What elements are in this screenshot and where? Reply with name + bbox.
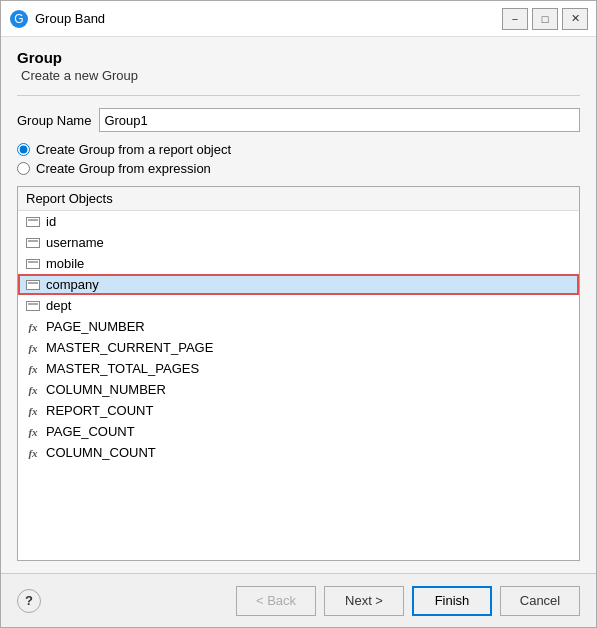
report-objects-list-container: Report Objects id username mobile compan… bbox=[17, 186, 580, 561]
minimize-button[interactable]: − bbox=[502, 8, 528, 30]
list-item[interactable]: username bbox=[18, 232, 579, 253]
footer-left: ? bbox=[17, 589, 41, 613]
list-item-label: mobile bbox=[46, 256, 84, 271]
window-icon: G bbox=[9, 9, 29, 29]
next-button[interactable]: Next > bbox=[324, 586, 404, 616]
list-item[interactable]: fx MASTER_TOTAL_PAGES bbox=[18, 358, 579, 379]
list-item-label: MASTER_CURRENT_PAGE bbox=[46, 340, 213, 355]
close-button[interactable]: ✕ bbox=[562, 8, 588, 30]
field-icon bbox=[26, 278, 42, 292]
list-item[interactable]: fx PAGE_COUNT bbox=[18, 421, 579, 442]
fx-icon: fx bbox=[26, 383, 42, 397]
radio-report-object[interactable] bbox=[17, 143, 30, 156]
list-item-label: COLUMN_COUNT bbox=[46, 445, 156, 460]
group-name-input[interactable] bbox=[99, 108, 580, 132]
list-item[interactable]: fx COLUMN_COUNT bbox=[18, 442, 579, 463]
list-item-label: MASTER_TOTAL_PAGES bbox=[46, 361, 199, 376]
list-item-company[interactable]: company bbox=[18, 274, 579, 295]
window-title: Group Band bbox=[35, 11, 502, 26]
svg-text:G: G bbox=[14, 12, 23, 26]
fx-icon: fx bbox=[26, 446, 42, 460]
divider bbox=[17, 95, 580, 96]
list-item[interactable]: fx REPORT_COUNT bbox=[18, 400, 579, 421]
title-bar-controls: − □ ✕ bbox=[502, 8, 588, 30]
list-item-label: id bbox=[46, 214, 56, 229]
radio-option-report-object[interactable]: Create Group from a report object bbox=[17, 142, 580, 157]
help-button[interactable]: ? bbox=[17, 589, 41, 613]
title-bar: G Group Band − □ ✕ bbox=[1, 1, 596, 37]
fx-icon: fx bbox=[26, 425, 42, 439]
list-item-label: dept bbox=[46, 298, 71, 313]
fx-icon: fx bbox=[26, 320, 42, 334]
list-item-label: COLUMN_NUMBER bbox=[46, 382, 166, 397]
section-title: Group bbox=[17, 49, 580, 66]
footer-right: < Back Next > Finish Cancel bbox=[236, 586, 580, 616]
field-icon bbox=[26, 257, 42, 271]
field-icon bbox=[26, 299, 42, 313]
radio-option-expression[interactable]: Create Group from expression bbox=[17, 161, 580, 176]
fx-icon: fx bbox=[26, 341, 42, 355]
radio-group: Create Group from a report object Create… bbox=[17, 142, 580, 176]
list-item[interactable]: fx COLUMN_NUMBER bbox=[18, 379, 579, 400]
list-item[interactable]: fx MASTER_CURRENT_PAGE bbox=[18, 337, 579, 358]
list-item-label: company bbox=[46, 277, 99, 292]
content-area: Group Create a new Group Group Name Crea… bbox=[1, 37, 596, 573]
list-scroll-area[interactable]: id username mobile company dept bbox=[18, 211, 579, 560]
list-item[interactable]: mobile bbox=[18, 253, 579, 274]
back-button[interactable]: < Back bbox=[236, 586, 316, 616]
radio-expression[interactable] bbox=[17, 162, 30, 175]
radio-expression-label: Create Group from expression bbox=[36, 161, 211, 176]
group-name-row: Group Name bbox=[17, 108, 580, 132]
footer: ? < Back Next > Finish Cancel bbox=[1, 573, 596, 627]
list-item-label: PAGE_COUNT bbox=[46, 424, 135, 439]
maximize-button[interactable]: □ bbox=[532, 8, 558, 30]
list-item[interactable]: dept bbox=[18, 295, 579, 316]
cancel-button[interactable]: Cancel bbox=[500, 586, 580, 616]
fx-icon: fx bbox=[26, 404, 42, 418]
section-subtitle: Create a new Group bbox=[17, 68, 580, 83]
list-header: Report Objects bbox=[18, 187, 579, 211]
list-item-label: username bbox=[46, 235, 104, 250]
radio-report-object-label: Create Group from a report object bbox=[36, 142, 231, 157]
fx-icon: fx bbox=[26, 362, 42, 376]
field-icon bbox=[26, 236, 42, 250]
group-name-label: Group Name bbox=[17, 113, 91, 128]
window: G Group Band − □ ✕ Group Create a new Gr… bbox=[0, 0, 597, 628]
list-item-label: REPORT_COUNT bbox=[46, 403, 153, 418]
finish-button[interactable]: Finish bbox=[412, 586, 492, 616]
list-item-label: PAGE_NUMBER bbox=[46, 319, 145, 334]
field-icon bbox=[26, 215, 42, 229]
list-item[interactable]: fx PAGE_NUMBER bbox=[18, 316, 579, 337]
list-item[interactable]: id bbox=[18, 211, 579, 232]
